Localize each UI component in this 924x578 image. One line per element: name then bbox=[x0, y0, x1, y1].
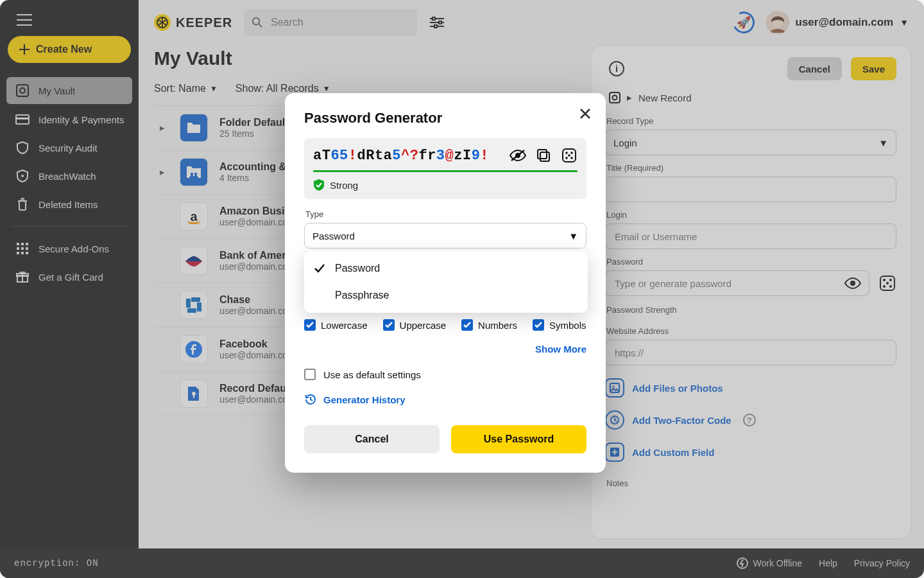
type-value: Password bbox=[312, 231, 355, 241]
dialog-cancel-button[interactable]: Cancel bbox=[304, 425, 440, 453]
svg-point-62 bbox=[570, 152, 573, 154]
dialog-title: Password Generator bbox=[304, 110, 586, 127]
copy-button[interactable] bbox=[535, 147, 552, 164]
use-password-button[interactable]: Use Password bbox=[451, 425, 586, 453]
svg-rect-59 bbox=[538, 150, 547, 159]
close-icon bbox=[579, 107, 592, 120]
generator-history-label: Generator History bbox=[323, 394, 406, 405]
use-default-label: Use as default settings bbox=[323, 369, 421, 380]
regenerate-button[interactable] bbox=[561, 147, 578, 164]
check-icon bbox=[313, 264, 326, 273]
symbols-checkbox[interactable]: Symbols bbox=[533, 319, 586, 331]
eye-off-icon bbox=[509, 149, 526, 162]
generated-password-box: aT65!dRta5^?fr3@zI9! Strong bbox=[304, 138, 586, 199]
numbers-checkbox[interactable]: Numbers bbox=[461, 319, 517, 331]
strength-bar bbox=[313, 170, 578, 172]
type-label: Type bbox=[305, 209, 586, 219]
type-dropdown: PasswordPassphrase bbox=[304, 251, 588, 313]
lowercase-checkbox[interactable]: Lowercase bbox=[304, 319, 368, 331]
dialog-actions: Cancel Use Password bbox=[304, 425, 586, 453]
dialog-close-button[interactable] bbox=[579, 107, 592, 122]
password-generator-dialog: Password Generator aT65!dRta5^?fr3@zI9! … bbox=[285, 93, 606, 473]
history-icon bbox=[304, 393, 317, 406]
svg-point-61 bbox=[565, 152, 568, 154]
show-more-link[interactable]: Show More bbox=[304, 344, 586, 355]
strength-indicator: Strong bbox=[313, 179, 578, 191]
svg-point-65 bbox=[570, 157, 573, 159]
type-option-label: Passphrase bbox=[335, 290, 389, 301]
strength-text: Strong bbox=[330, 180, 358, 191]
uppercase-checkbox[interactable]: Uppercase bbox=[383, 319, 447, 331]
shield-check-icon bbox=[313, 179, 325, 191]
type-select[interactable]: Password ▼ bbox=[304, 223, 586, 249]
svg-point-64 bbox=[565, 157, 568, 159]
copy-icon bbox=[536, 148, 551, 162]
generator-history-link[interactable]: Generator History bbox=[304, 393, 586, 406]
svg-point-63 bbox=[568, 154, 570, 157]
type-option[interactable]: Password bbox=[304, 255, 588, 282]
svg-rect-58 bbox=[540, 152, 549, 161]
use-default-checkbox[interactable]: Use as default settings bbox=[304, 369, 586, 380]
toggle-visibility-button[interactable] bbox=[509, 147, 526, 164]
type-option-label: Password bbox=[335, 263, 380, 274]
chevron-down-icon: ▼ bbox=[569, 231, 578, 241]
checkbox-empty-icon bbox=[304, 369, 316, 380]
type-option[interactable]: Passphrase bbox=[304, 282, 588, 309]
charset-options: Lowercase Uppercase Numbers Symbols bbox=[304, 319, 586, 331]
dice-icon bbox=[561, 148, 577, 163]
generated-password: aT65!dRta5^?fr3@zI9! bbox=[313, 148, 489, 164]
